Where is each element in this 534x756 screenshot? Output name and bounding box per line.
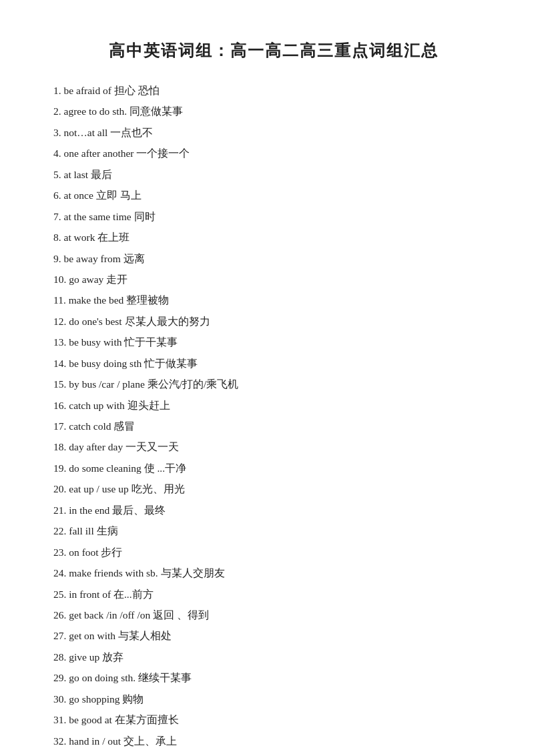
- list-item: 20. eat up / use up 吃光、用光: [53, 478, 494, 499]
- list-item: 14. be busy doing sth 忙于做某事: [53, 353, 494, 374]
- item-translation: 感冒: [113, 420, 135, 432]
- item-phrase: not…at all: [64, 127, 111, 138]
- page-title: 高中英语词组：高一高二高三重点词组汇总: [53, 40, 494, 61]
- item-phrase: get on with: [69, 630, 118, 641]
- item-translation: 使 ...干净: [144, 462, 187, 474]
- item-number: 10.: [53, 274, 69, 285]
- item-translation: 一天又一天: [125, 441, 179, 452]
- item-translation: 整理被物: [126, 294, 169, 306]
- list-item: 28. give up 放弃: [53, 647, 494, 667]
- item-number: 23.: [53, 546, 69, 558]
- item-number: 1.: [53, 85, 64, 96]
- item-translation: 最后、最终: [112, 504, 166, 516]
- item-number: 5.: [53, 169, 64, 180]
- item-phrase: go away: [69, 274, 106, 285]
- list-item: 25. in front of 在...前方: [53, 584, 494, 605]
- list-item: 9. be away from 远离: [53, 248, 494, 269]
- item-translation: 在上班: [97, 232, 129, 243]
- list-item: 33. have a good time 旅途愉快: [53, 751, 494, 756]
- item-number: 11.: [53, 294, 69, 306]
- item-phrase: be busy doing sth: [69, 358, 144, 369]
- item-number: 24.: [53, 567, 69, 579]
- item-phrase: on foot: [69, 546, 101, 558]
- item-phrase: give up: [69, 651, 102, 663]
- item-number: 26.: [53, 609, 69, 621]
- item-translation: 继续干某事: [138, 672, 192, 683]
- item-translation: 步行: [101, 546, 122, 558]
- list-item: 31. be good at 在某方面擅长: [53, 709, 494, 730]
- item-phrase: day after day: [69, 441, 125, 452]
- item-translation: 与某人交朋友: [161, 567, 225, 579]
- item-phrase: make the bed: [69, 294, 127, 306]
- item-translation: 一点也不: [110, 127, 153, 138]
- list-item: 29. go on doing sth. 继续干某事: [53, 667, 494, 688]
- list-item: 32. hand in / out 交上、承上: [53, 731, 494, 751]
- list-item: 5. at last 最后: [53, 164, 494, 185]
- list-item: 1. be afraid of 担心 恐怕: [53, 80, 494, 101]
- item-phrase: catch up with: [69, 400, 127, 411]
- item-phrase: get back /in /off /on: [69, 609, 153, 621]
- item-phrase: do some cleaning: [69, 462, 144, 474]
- item-translation: 远离: [123, 253, 145, 264]
- item-number: 21.: [53, 504, 69, 516]
- list-item: 19. do some cleaning 使 ...干净: [53, 458, 494, 478]
- list-item: 2. agree to do sth. 同意做某事: [53, 101, 494, 121]
- item-phrase: be away from: [64, 253, 123, 264]
- vocab-list: 1. be afraid of 担心 恐怕2. agree to do sth.…: [53, 80, 494, 756]
- item-phrase: at once: [64, 190, 96, 201]
- item-phrase: at work: [64, 232, 98, 243]
- item-number: 19.: [53, 462, 69, 474]
- item-translation: 迎头赶上: [127, 400, 170, 411]
- list-item: 16. catch up with 迎头赶上: [53, 395, 494, 416]
- item-number: 20.: [53, 483, 69, 494]
- item-translation: 同时: [134, 211, 156, 222]
- item-number: 2.: [53, 105, 64, 117]
- item-translation: 乘公汽/打的/乘飞机: [148, 378, 239, 390]
- list-item: 8. at work 在上班: [53, 227, 494, 248]
- item-translation: 吃光、用光: [131, 483, 185, 494]
- list-item: 11. make the bed 整理被物: [53, 290, 494, 310]
- item-phrase: eat up / use up: [69, 483, 131, 494]
- item-translation: 忙于做某事: [144, 358, 198, 369]
- item-phrase: be good at: [69, 714, 114, 725]
- item-phrase: at last: [64, 169, 91, 180]
- item-number: 22.: [53, 525, 69, 536]
- list-item: 7. at the same time 同时: [53, 206, 494, 227]
- item-translation: 在...前方: [113, 589, 154, 600]
- item-number: 14.: [53, 358, 69, 369]
- item-translation: 返回 、得到: [153, 609, 209, 621]
- item-number: 28.: [53, 651, 69, 663]
- item-number: 12.: [53, 316, 69, 327]
- item-phrase: hand in / out: [69, 735, 123, 747]
- item-translation: 购物: [122, 693, 144, 705]
- list-item: 23. on foot 步行: [53, 542, 494, 562]
- item-translation: 最后: [91, 169, 112, 180]
- item-number: 8.: [53, 232, 64, 243]
- list-item: 17. catch cold 感冒: [53, 416, 494, 436]
- item-translation: 忙于干某事: [124, 336, 178, 348]
- item-translation: 与某人相处: [118, 630, 172, 641]
- item-number: 32.: [53, 735, 69, 747]
- list-item: 30. go shopping 购物: [53, 689, 494, 709]
- item-number: 18.: [53, 441, 69, 452]
- list-item: 15. by bus /car / plane 乘公汽/打的/乘飞机: [53, 374, 494, 394]
- item-phrase: be afraid of: [64, 85, 114, 96]
- item-phrase: at the same time: [64, 211, 134, 222]
- item-translation: 交上、承上: [123, 735, 177, 747]
- item-number: 27.: [53, 630, 69, 641]
- list-item: 27. get on with 与某人相处: [53, 625, 494, 646]
- item-translation: 尽某人最大的努力: [125, 316, 210, 327]
- item-number: 31.: [53, 714, 69, 725]
- item-phrase: in the end: [69, 504, 112, 516]
- list-item: 22. fall ill 生病: [53, 520, 494, 541]
- item-phrase: do one's best: [69, 316, 124, 327]
- item-number: 16.: [53, 400, 69, 411]
- item-number: 15.: [53, 378, 69, 390]
- item-phrase: go shopping: [69, 693, 122, 705]
- list-item: 18. day after day 一天又一天: [53, 436, 494, 457]
- list-item: 26. get back /in /off /on 返回 、得到: [53, 605, 494, 625]
- item-number: 3.: [53, 127, 64, 138]
- item-phrase: be busy with: [69, 336, 124, 348]
- item-number: 9.: [53, 253, 64, 264]
- item-translation: 立即 马上: [96, 190, 142, 201]
